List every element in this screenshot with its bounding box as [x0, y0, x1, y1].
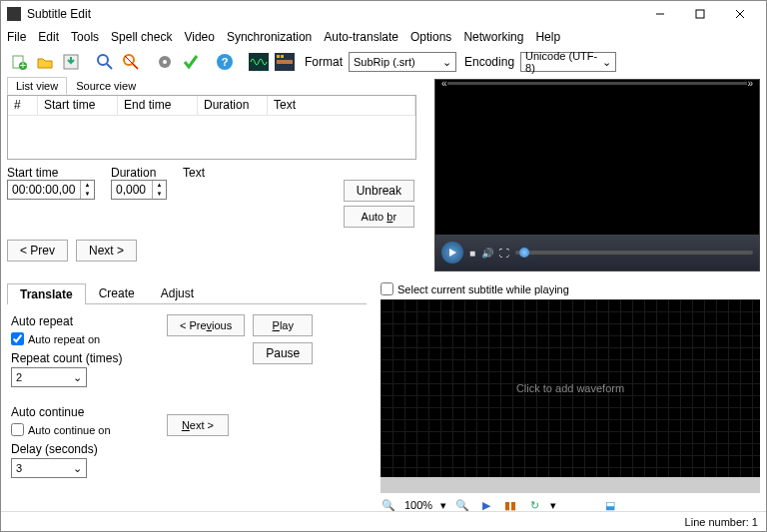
duration-field[interactable]: [112, 181, 152, 199]
line-number: Line number: 1: [685, 516, 758, 528]
waveform-area: Select current subtitle while playing Cl…: [381, 282, 760, 517]
svg-text:?: ?: [222, 56, 229, 68]
minimize-button[interactable]: [640, 1, 680, 27]
tab-create[interactable]: Create: [86, 282, 148, 303]
svg-rect-1: [696, 10, 704, 18]
translate-prev-button[interactable]: < Previous: [167, 314, 245, 336]
text-label: Text: [183, 166, 328, 180]
tab-adjust[interactable]: Adjust: [148, 282, 207, 303]
menu-options[interactable]: Options: [410, 30, 451, 44]
select-current-checkbox[interactable]: Select current subtitle while playing: [381, 282, 760, 295]
replace-icon[interactable]: [119, 50, 143, 74]
tab-list-view[interactable]: List view: [7, 77, 67, 95]
video-icon[interactable]: [273, 50, 297, 74]
list-header: # Start time End time Duration Text: [8, 96, 415, 116]
waveform[interactable]: Click to add waveform: [381, 299, 760, 477]
toolbar: + ? Format SubRip (.srt) ⌄ Encoding Unic…: [1, 47, 766, 77]
find-icon[interactable]: [93, 50, 117, 74]
start-time-label: Start time: [7, 166, 95, 180]
svg-rect-20: [281, 55, 284, 58]
format-value: SubRip (.srt): [354, 56, 415, 68]
col-start[interactable]: Start time: [38, 96, 118, 115]
svg-point-8: [98, 55, 108, 65]
duration-label: Duration: [111, 166, 167, 180]
auto-continue-checkbox[interactable]: Auto continue on: [11, 423, 147, 436]
tab-source-view[interactable]: Source view: [67, 77, 145, 95]
auto-continue-heading: Auto continue: [11, 405, 147, 419]
translate-play-button[interactable]: Play: [253, 314, 313, 336]
waveform-placeholder: Click to add waveform: [516, 382, 624, 394]
chevron-down-icon: ⌄: [442, 56, 451, 69]
svg-rect-19: [277, 55, 280, 58]
unbreak-button[interactable]: Unbreak: [344, 180, 414, 202]
svg-rect-21: [277, 60, 293, 64]
encoding-combo[interactable]: Unicode (UTF-8) ⌄: [520, 52, 616, 72]
start-time-input[interactable]: ▲▼: [7, 180, 95, 200]
autobr-button[interactable]: Auto br: [344, 206, 414, 228]
stop-icon[interactable]: ■: [469, 248, 475, 259]
repeat-count-label: Repeat count (times): [11, 351, 147, 365]
translate-next-button[interactable]: Next >: [167, 414, 229, 436]
waveform-icon[interactable]: [247, 50, 271, 74]
col-duration[interactable]: Duration: [198, 96, 268, 115]
new-file-icon[interactable]: +: [7, 50, 31, 74]
menu-autotranslate[interactable]: Auto-translate: [324, 30, 398, 44]
subtitle-list[interactable]: # Start time End time Duration Text: [7, 95, 416, 160]
lower-panel: Translate Create Adjust Auto repeat Auto…: [7, 282, 367, 488]
zoom-value: 100%: [404, 499, 432, 511]
save-icon[interactable]: [59, 50, 83, 74]
app-title: Subtitle Edit: [27, 7, 640, 21]
help-icon[interactable]: ?: [213, 50, 237, 74]
auto-repeat-heading: Auto repeat: [11, 314, 147, 328]
encoding-value: Unicode (UTF-8): [525, 50, 602, 74]
play-icon[interactable]: [441, 242, 463, 264]
start-time-field[interactable]: [8, 181, 80, 199]
svg-text:+: +: [20, 59, 26, 71]
edit-row: Start time ▲▼ Duration ▲▼ Text Unbreak A…: [1, 160, 420, 234]
auto-repeat-checkbox[interactable]: Auto repeat on: [11, 332, 147, 345]
menubar: File Edit Tools Spell check Video Synchr…: [1, 27, 766, 47]
close-button[interactable]: [720, 1, 760, 27]
menu-help[interactable]: Help: [535, 30, 560, 44]
col-text[interactable]: Text: [268, 96, 415, 115]
check-icon[interactable]: [179, 50, 203, 74]
video-player[interactable]: «» ■ 🔊 ⛶: [434, 79, 760, 271]
video-controls: ■ 🔊 ⛶: [435, 235, 759, 270]
volume-icon[interactable]: 🔊: [481, 248, 493, 259]
menu-spellcheck[interactable]: Spell check: [111, 30, 172, 44]
tab-translate[interactable]: Translate: [7, 283, 86, 304]
titlebar: Subtitle Edit: [1, 1, 766, 27]
menu-video[interactable]: Video: [184, 30, 214, 44]
open-file-icon[interactable]: [33, 50, 57, 74]
svg-line-9: [107, 64, 112, 69]
prev-button[interactable]: < Prev: [7, 240, 68, 262]
svg-line-12: [125, 56, 138, 69]
menu-networking[interactable]: Networking: [463, 30, 523, 44]
app-icon: [7, 7, 21, 21]
menu-edit[interactable]: Edit: [38, 30, 59, 44]
format-combo[interactable]: SubRip (.srt) ⌄: [349, 52, 456, 72]
status-bar: Line number: 1: [1, 511, 766, 531]
maximize-button[interactable]: [680, 1, 720, 27]
menu-sync[interactable]: Synchronization: [227, 30, 312, 44]
menu-tools[interactable]: Tools: [71, 30, 99, 44]
delay-combo[interactable]: 3⌄: [11, 458, 87, 478]
col-end[interactable]: End time: [118, 96, 198, 115]
col-num[interactable]: #: [8, 96, 38, 115]
menu-file[interactable]: File: [7, 30, 26, 44]
translate-pause-button[interactable]: Pause: [253, 342, 313, 364]
next-button[interactable]: Next >: [76, 240, 137, 262]
waveform-scrollbar[interactable]: [381, 477, 760, 493]
chevron-down-icon: ⌄: [602, 56, 611, 69]
fullscreen-icon[interactable]: ⛶: [499, 248, 509, 259]
encoding-label: Encoding: [464, 55, 514, 69]
delay-label: Delay (seconds): [11, 442, 147, 456]
svg-point-14: [163, 60, 167, 64]
format-label: Format: [305, 55, 343, 69]
repeat-count-combo[interactable]: 2⌄: [11, 367, 87, 387]
duration-input[interactable]: ▲▼: [111, 180, 167, 200]
settings-icon[interactable]: [153, 50, 177, 74]
seek-bar[interactable]: [515, 251, 753, 255]
